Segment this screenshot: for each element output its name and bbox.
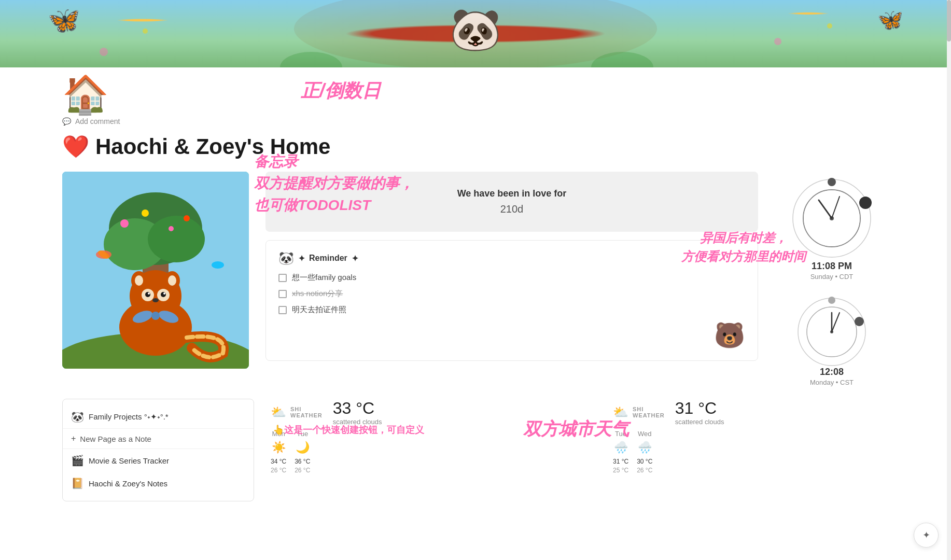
weather-2-location: SHI [633,406,665,412]
svg-point-43 [859,197,872,209]
plus-icon: + [71,434,76,443]
forecast-2-tue: Tue 🌧️ 31 °C 25 °C [613,430,628,475]
scrollbar[interactable] [947,0,951,501]
header-banner: 🦋 🐼 🦋 [0,0,951,67]
svg-point-31 [135,275,143,286]
reminder-diamond-suffix: ✦ [352,254,358,263]
reminder-diamond-prefix: ✦ [298,254,305,263]
weather-2-temp: 31 °C [675,399,724,418]
weather-2-forecast: Tue 🌧️ 31 °C 25 °C Wed 🌧️ 30 °C 26 °C [613,430,889,475]
reminder-text-2: 明天去拍证件照 [292,305,346,315]
middle-section: We have been in love for 210d 🐼 ✦ Remind… [265,172,758,386]
checkbox-2[interactable] [278,306,287,314]
add-comment-button[interactable]: 💬 Add comment [0,113,951,130]
reminder-title: Reminder [309,254,347,263]
clock-face-2 [793,293,871,371]
clock-1: 11:08 PM Sunday • CDT [785,172,878,281]
page-icon: 🏠 [62,76,109,113]
notes-icon: 📔 [71,477,83,489]
checkbox-1[interactable] [278,290,287,298]
clock-2-day: Monday • CST [810,379,854,386]
reminder-text-1: xhs notion分享 [292,289,343,299]
new-page-label: New Page as a Note [80,435,151,443]
weather-2-current-icon: ⛅ [613,405,628,419]
panda-image [62,172,249,369]
new-page-button[interactable]: + New Page as a Note 👆这是一个快速创建按钮，可自定义 [63,428,254,449]
weather-2-label: WEATHER [633,412,665,418]
forecast-1-tue-name: Tue [297,430,308,438]
weather-widget-1: ⛅ SHI WEATHER 33 °C scattered clouds Mon… [271,399,547,501]
svg-point-4 [827,23,832,29]
weather-widget-2: ⛅ SHI WEATHER 31 °C scattered clouds Tue… [613,399,889,501]
add-comment-label: Add comment [75,117,120,125]
weather-section: ⛅ SHI WEATHER 33 °C scattered clouds Mon… [271,399,889,501]
family-projects-label: Family Projects °˖✦˖°.* [89,412,169,422]
comment-icon: 💬 [62,117,71,125]
forecast-1-tue-icon: 🌙 [296,441,310,454]
svg-point-26 [148,292,150,295]
checkbox-0[interactable] [278,274,287,282]
bear-sticker: 🐻 [278,321,745,350]
svg-point-19 [212,261,224,269]
svg-point-28 [152,298,159,302]
countdown-box: We have been in love for 210d [265,172,758,232]
reminder-box: 🐼 ✦ Reminder ✦ 想一些family goals xhs notio… [265,240,758,361]
analog-clock-2 [793,293,871,371]
clock-2: 12:08 Monday • CST [793,293,871,386]
forecast-1-mon-icon: ☀️ [272,441,286,454]
svg-point-25 [161,292,166,297]
movie-label: Movie & Series Tracker [89,456,169,465]
weather-1-forecast: Mon ☀️ 34 °C 26 °C Tue 🌙 36 °C 26 °C [271,430,547,475]
forecast-1-mon-temps: 34 °C 26 °C [271,457,286,475]
page-title-area: ❤️ Haochi & Zoey's Home [0,130,951,172]
bottom-section: 一些pages 放了影单记录，一起学习东西的笔记， 以及数据库的归类 双方城市天… [0,386,951,501]
banner-art [0,0,951,67]
reminder-item-1: xhs notion分享 [278,289,745,299]
panda-illustration [62,172,249,369]
pages-item-notes[interactable]: 📔 Haochi & Zoey's Notes [63,472,254,495]
svg-point-14 [184,215,190,221]
svg-point-51 [855,317,864,326]
countdown-value: 210d [286,203,737,215]
svg-point-13 [120,219,129,228]
forecast-1-mon: Mon ☀️ 34 °C 26 °C [271,430,286,475]
movie-icon: 🎬 [71,454,83,467]
svg-point-15 [142,209,149,217]
weather-1-desc: scattered clouds [333,418,382,426]
forecast-2-tue-name: Tue [615,430,626,438]
family-projects-icon: 🐼 [71,411,83,423]
svg-point-35 [151,312,160,320]
forecast-2-tue-icon: 🌧️ [614,441,628,454]
forecast-1-tue: Tue 🌙 36 °C 26 °C [295,430,310,475]
svg-point-5 [280,52,342,67]
svg-point-42 [828,178,836,186]
forecast-2-tue-temps: 31 °C 25 °C [613,457,628,475]
scrollbar-thumb[interactable] [947,0,951,41]
weather-1-label: WEATHER [290,412,323,418]
notes-label: Haochi & Zoey's Notes [89,479,167,488]
weather-1-temp: 33 °C [333,399,382,418]
svg-point-1 [100,48,108,56]
reminder-icon: 🐼 [278,251,294,265]
reminder-text-0: 想一些family goals [292,273,356,283]
pages-item-family[interactable]: 🐼 Family Projects °˖✦˖°.* [63,405,254,428]
svg-point-3 [774,38,781,45]
pages-list-panel: 🐼 Family Projects °˖✦˖°.* + New Page as … [62,399,254,501]
clock-face-1 [785,172,878,265]
forecast-2-wed: Wed 🌧️ 30 °C 26 °C [637,430,652,475]
svg-point-50 [828,297,835,304]
svg-point-2 [143,29,148,34]
analog-clock-1 [785,172,878,265]
forecast-2-wed-name: Wed [638,430,652,438]
forecast-2-wed-icon: 🌧️ [638,441,652,454]
countdown-label: We have been in love for [286,188,737,199]
weather-2-desc: scattered clouds [675,418,724,426]
reminder-header: 🐼 ✦ Reminder ✦ [278,251,745,265]
weather-1-location: SHI [290,406,323,412]
page-icon-area: 🏠 [0,67,951,113]
pages-item-movie[interactable]: 🎬 Movie & Series Tracker [63,449,254,472]
forecast-1-mon-name: Mon [272,430,285,438]
weather-1-header: ⛅ SHI WEATHER 33 °C scattered clouds [271,399,547,426]
clock-1-day: Sunday • CDT [810,273,854,281]
forecast-2-wed-temps: 30 °C 26 °C [637,457,652,475]
